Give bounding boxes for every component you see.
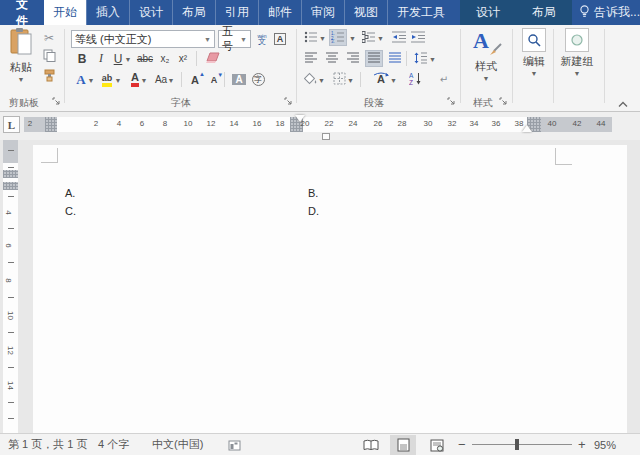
bullets-dropdown[interactable]: ▼ [318,29,327,46]
styles-dropdown-arrow[interactable]: ▼ [466,75,506,82]
multilevel-list-dropdown[interactable]: ▼ [376,29,385,46]
change-case-dropdown[interactable]: ▼ [166,71,176,88]
character-border-button[interactable]: A [271,30,289,47]
tell-me-button[interactable]: 告诉我... [572,0,640,25]
line-spacing-dropdown[interactable]: ▼ [428,50,437,67]
zoom-slider-thumb[interactable] [515,439,519,450]
tab-审阅[interactable]: 审阅 [301,0,344,25]
sort-button[interactable]: AZ [406,71,424,88]
contextual-tab-布局[interactable]: 布局 [516,0,572,25]
decrease-indent-button[interactable] [390,29,408,46]
paste-button[interactable]: 粘贴 ▼ [5,28,37,83]
editing-dropdown-arrow[interactable]: ▼ [517,70,551,77]
phonetic-guide-button[interactable]: wén文 [253,30,271,47]
zoom-percentage[interactable]: 95% [594,434,616,455]
align-center-button[interactable] [323,50,341,67]
right-indent-marker[interactable] [522,125,532,132]
new-group-dropdown-arrow[interactable]: ▼ [556,70,598,77]
page-indicator[interactable]: 第 1 页，共 1 页 [8,434,87,455]
numbering-button[interactable]: 1.2.3. [329,29,347,46]
asian-layout-dropdown[interactable]: ▼ [389,71,398,88]
text-effects-icon: A [76,72,85,88]
zoom-in-button[interactable]: + [578,434,586,455]
styles-dialog-launcher[interactable] [499,97,509,107]
word-count[interactable]: 4 个字 [98,434,129,455]
borders-dropdown[interactable]: ▼ [346,71,355,88]
font-size-combo[interactable]: 五号▼ [218,30,251,48]
numbering-icon: 1.2.3. [331,31,345,45]
ruler-number-8: 8 [163,119,167,128]
collapse-ribbon-button[interactable] [618,98,628,110]
web-layout-button[interactable] [424,435,450,455]
paste-dropdown-arrow[interactable]: ▼ [5,76,37,83]
tab-开始[interactable]: 开始 [44,0,86,25]
contextual-tab-设计[interactable]: 设计 [460,0,516,25]
align-right-button[interactable] [344,50,362,67]
tab-设计[interactable]: 设计 [129,0,172,25]
copy-button[interactable] [40,48,58,65]
macro-record-icon[interactable] [228,434,241,455]
doc-text-B[interactable]: B. [308,187,318,199]
paragraph-group-label: 段落 [364,96,384,110]
print-layout-button[interactable] [390,435,416,455]
svg-text:Z: Z [409,79,413,85]
new-group-button[interactable]: 新建组 ▼ [556,28,598,77]
increase-indent-button[interactable] [409,29,427,46]
vruler-tick [8,367,14,368]
page[interactable] [33,145,627,433]
paragraph-dialog-launcher[interactable] [447,97,457,107]
styles-button[interactable]: A 样式 ▼ [466,28,506,82]
paragraph-mark-icon: ↵ [440,74,448,85]
subscript-button[interactable]: x₂ [156,50,174,67]
text-highlight-dropdown[interactable]: ▼ [113,71,123,88]
shading-dropdown[interactable]: ▼ [317,71,326,88]
tab-stop-selector[interactable]: L [3,116,20,133]
tab-开发工具[interactable]: 开发工具 [387,0,454,25]
zoom-out-button[interactable]: − [458,434,466,455]
strikethrough-button[interactable]: abc [136,50,154,67]
font-dialog-launcher[interactable] [284,97,294,107]
tab-邮件[interactable]: 邮件 [258,0,301,25]
read-mode-button[interactable] [358,435,384,455]
paste-label: 粘贴 [5,60,37,75]
enclose-characters-button[interactable]: 字 [249,71,267,88]
font-color-dropdown[interactable]: ▼ [139,71,149,88]
italic-button[interactable]: I [92,50,110,67]
enclose-characters-icon: 字 [252,73,265,86]
text-effects-dropdown[interactable]: ▼ [86,71,96,88]
cut-button[interactable]: ✂ [40,29,58,46]
tab-视图[interactable]: 视图 [344,0,387,25]
underline-dropdown[interactable]: ▼ [123,50,133,67]
doc-text-A[interactable]: A. [65,187,75,199]
format-painter-button[interactable] [40,68,58,85]
left-indent-marker[interactable] [322,133,330,140]
tab-插入[interactable]: 插入 [86,0,129,25]
zoom-slider-track[interactable] [472,444,572,445]
shrink-font-button[interactable]: A▼ [205,71,223,88]
tab-布局[interactable]: 布局 [172,0,215,25]
character-shading-button[interactable]: A [230,71,248,88]
show-hide-marks-button[interactable]: ↵ [435,71,453,88]
tab-file[interactable]: 文件 [0,0,44,25]
font-name-combo[interactable]: 等线 (中文正文)▼ [71,30,215,48]
asian-layout-button[interactable]: A [372,71,390,88]
language-indicator[interactable]: 中文(中国) [152,434,203,455]
superscript-button[interactable]: x² [174,50,192,67]
tab-引用[interactable]: 引用 [215,0,258,25]
doc-text-D[interactable]: D. [308,205,319,217]
line-spacing-icon [414,52,428,66]
bold-button[interactable]: B [73,50,91,67]
justify-button[interactable] [365,50,383,67]
numbering-dropdown[interactable]: ▼ [348,29,357,46]
doc-text-C[interactable]: C. [65,205,76,217]
grow-font-button[interactable]: A▲ [186,71,204,88]
justify-icon [368,52,381,65]
clipboard-dialog-launcher[interactable] [52,97,62,107]
first-line-indent-marker[interactable] [295,115,305,122]
clear-formatting-button[interactable] [202,50,224,67]
vertical-ruler[interactable]: 468101214 [3,140,18,433]
editing-button[interactable]: 编辑 ▼ [517,28,551,77]
subscript-icon: x₂ [161,53,170,64]
distribute-button[interactable] [386,50,404,67]
align-left-button[interactable] [302,50,320,67]
